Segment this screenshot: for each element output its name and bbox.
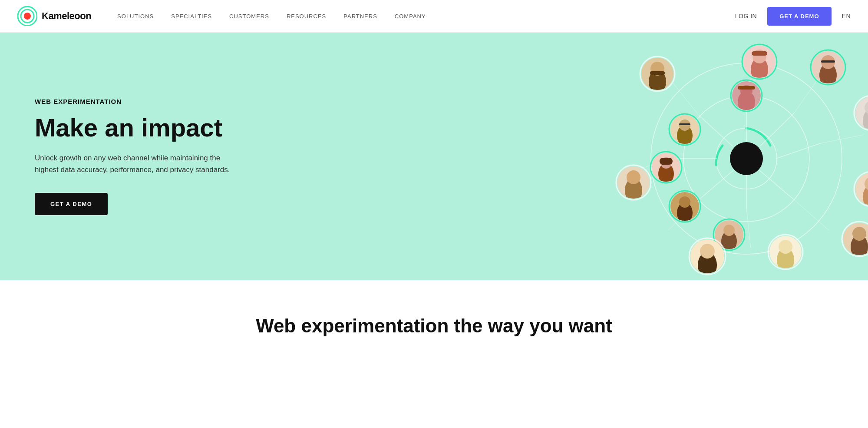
svg-rect-41 [660, 158, 673, 165]
nav-item-partners[interactable]: PARTNERS [343, 13, 377, 20]
language-selector[interactable]: EN [842, 13, 851, 20]
svg-rect-94 [650, 71, 665, 75]
network-svg [590, 35, 868, 278]
hero-content: WEB EXPERIMENTATION Make an impact Unloc… [35, 98, 243, 215]
svg-point-46 [679, 196, 690, 208]
hero-title: Make an impact [35, 114, 243, 142]
login-link[interactable]: LOG IN [735, 13, 757, 20]
svg-point-7 [730, 142, 763, 175]
svg-line-18 [820, 135, 864, 143]
svg-point-99 [627, 170, 640, 184]
hero-description: Unlock growth on any web channel while m… [35, 152, 243, 176]
svg-line-20 [746, 209, 751, 248]
svg-point-78 [852, 227, 866, 241]
nav-right: LOG IN GET A DEMO EN [735, 7, 851, 26]
hero-demo-button[interactable]: GET A DEMO [35, 193, 108, 215]
bottom-title: Web experimentation the way you want [17, 315, 851, 337]
svg-point-83 [779, 240, 792, 254]
nav-demo-button[interactable]: GET A DEMO [767, 7, 831, 26]
svg-rect-57 [752, 51, 767, 56]
logo-link[interactable]: Kameleoon [17, 6, 91, 26]
svg-line-11 [759, 170, 794, 200]
svg-line-23 [673, 83, 699, 115]
svg-line-9 [759, 113, 794, 147]
logo-icon [17, 6, 37, 26]
navbar: Kameleoon SOLUTIONS SPECIALTIES CUSTOMER… [0, 0, 868, 33]
bottom-section: Web experimentation the way you want [0, 280, 868, 354]
svg-point-3 [26, 14, 29, 18]
hero-section: WEB EXPERIMENTATION Make an impact Unloc… [0, 33, 868, 280]
svg-point-88 [700, 244, 715, 259]
nav-item-solutions[interactable]: SOLUTIONS [117, 13, 154, 20]
nav-item-specialties[interactable]: SPECIALTIES [171, 13, 212, 20]
nav-item-customers[interactable]: CUSTOMERS [229, 13, 269, 20]
svg-rect-35 [679, 123, 690, 125]
svg-point-51 [723, 225, 735, 236]
nav-item-company[interactable]: COMPANY [395, 13, 426, 20]
hero-network-illustration [590, 35, 868, 278]
svg-rect-29 [738, 86, 755, 90]
svg-rect-63 [821, 60, 835, 63]
svg-line-10 [776, 143, 820, 159]
svg-line-13 [699, 170, 733, 200]
nav-links: SOLUTIONS SPECIALTIES CUSTOMERS RESOURCE… [117, 13, 735, 20]
nav-item-resources[interactable]: RESOURCES [287, 13, 326, 20]
hero-tag: WEB EXPERIMENTATION [35, 98, 243, 105]
logo-text: Kameleoon [42, 10, 91, 22]
svg-line-15 [699, 115, 733, 147]
